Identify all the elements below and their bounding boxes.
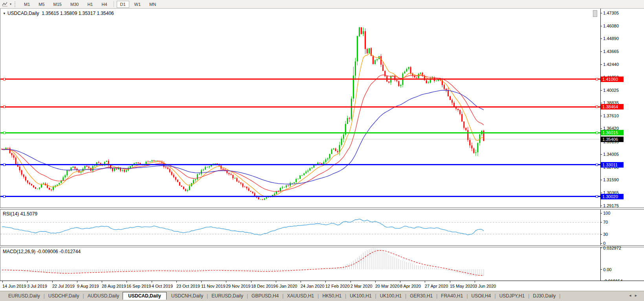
date-tick <box>325 281 326 283</box>
tab-xauusd-h1[interactable]: XAUUSD,H1 <box>284 292 318 299</box>
date-label: 22 Jul 2019 <box>52 284 75 288</box>
chart-scroll-thumb[interactable] <box>593 10 597 17</box>
date-label: 27 Apr 2020 <box>425 284 448 288</box>
tab-usdjpy-h1[interactable]: USDJPY,H1 <box>496 292 528 299</box>
timeframe-button-h1[interactable]: H1 <box>84 1 96 8</box>
date-tick <box>77 281 77 283</box>
price-tick-label: 1.37610 <box>603 113 619 118</box>
date-label: 3 Jul 2019 <box>27 284 47 288</box>
tab-uk100-h1[interactable]: UK100,H1 <box>376 292 405 299</box>
toolbar-grip[interactable] <box>15 2 17 7</box>
price-tick-label: 1.46080 <box>603 24 619 28</box>
tab-dj30-daily[interactable]: DJ30,Daily <box>529 292 559 299</box>
rsi-axis-border <box>600 210 601 245</box>
date-label: 20 Mar 2020 <box>375 284 400 288</box>
rsi-tick-label: 100 <box>603 211 610 215</box>
timeframe-button-d1[interactable]: D1 <box>117 1 129 8</box>
tab-usdchf-daily[interactable]: USDCHF,Daily <box>45 292 83 299</box>
price-tick <box>600 26 602 26</box>
chart-collapse-icon[interactable]: ▼ <box>3 12 6 15</box>
tab-usoil-h4[interactable]: USOil,H4 <box>468 292 495 299</box>
date-label: 2 Mar 2020 <box>350 284 372 288</box>
timeframe-button-mn[interactable]: MN <box>146 1 160 8</box>
tab-audusd-daily[interactable]: AUDUSD,Daily <box>84 292 123 299</box>
macd-chart-canvas[interactable] <box>0 247 600 281</box>
date-tick <box>127 281 127 283</box>
candles-layer <box>2 27 484 201</box>
date-label: 24 Jan 2020 <box>301 284 325 288</box>
tab-usdcad-daily[interactable]: USDCAD,Daily <box>123 292 166 300</box>
tab-separator: | <box>559 292 560 299</box>
date-axis[interactable]: 14 Jun 20193 Jul 201922 Jul 20199 Aug 20… <box>0 281 644 291</box>
hline-price-label: 1.30020 <box>601 194 624 199</box>
ma-line-8 <box>2 54 484 197</box>
timeframe-button-w1[interactable]: W1 <box>131 1 145 8</box>
price-tick <box>600 64 602 65</box>
price-tick <box>600 90 602 91</box>
tabs-scroll-left-icon[interactable]: ◄ <box>628 294 634 297</box>
macd-pane[interactable]: MACD(12,26,9) -0.009006 -0.012744 0.0329… <box>0 247 644 281</box>
rsi-pane[interactable]: RSI(14) 41.5079 10070300 <box>0 209 644 246</box>
timeframe-button-m15[interactable]: M15 <box>50 1 65 8</box>
timeframe-button-m30[interactable]: M30 <box>67 1 82 8</box>
chart-ohlc-values: 1.35615 1.35809 1.35317 1.35406 <box>42 11 114 16</box>
tabs-scroll-right-icon[interactable]: ► <box>634 294 640 297</box>
tab-scroll-arrows: ◄► <box>628 292 644 297</box>
price-tick <box>600 128 602 129</box>
date-tick <box>27 281 28 283</box>
price-pane[interactable]: ▼USDCAD,Daily 1.35615 1.35809 1.35317 1.… <box>0 9 644 208</box>
rsi-tick <box>600 234 602 235</box>
date-tick <box>400 281 400 283</box>
ma-line-55 <box>2 90 484 184</box>
price-tick-label: 1.44890 <box>603 36 619 41</box>
price-tick <box>600 103 602 103</box>
price-tick <box>600 193 602 193</box>
cursor-tool-icon[interactable] <box>0 2 9 7</box>
cursor-tool-dropdown-icon[interactable]: ▾ <box>9 2 12 6</box>
date-tick <box>52 281 53 283</box>
date-tick <box>375 281 376 283</box>
macd-axis-border <box>600 247 601 281</box>
tab-ger30-h1[interactable]: GER30,H1 <box>406 292 436 299</box>
date-label: 4 Oct 2019 <box>152 284 173 288</box>
date-tick <box>176 281 177 283</box>
timeframe-button-h4[interactable]: H4 <box>98 1 110 8</box>
timeframe-toolbar: ▾ M1M5M15M30H1H4D1W1MN <box>0 0 644 9</box>
price-tick <box>600 206 602 206</box>
rsi-tick <box>600 213 602 213</box>
date-label: 15 May 2020 <box>450 284 475 288</box>
hline-price-label: 1.38464 <box>601 104 624 109</box>
date-label: 28 Aug 2019 <box>102 284 126 288</box>
date-tick <box>152 281 152 283</box>
date-label: 6 Jan 2020 <box>276 284 297 288</box>
date-label: 3 Jun 2020 <box>475 284 496 288</box>
date-label: 29 Nov 2019 <box>226 284 250 288</box>
price-tick <box>600 180 602 180</box>
tab-usdcnh-daily[interactable]: USDCNH,Daily <box>168 292 207 299</box>
tab-fra40-h1[interactable]: FRA40,H1 <box>437 292 466 299</box>
rsi-tick-label: 30 <box>603 232 608 237</box>
tab-eurusd-daily[interactable]: EURUSD,Daily <box>5 292 44 299</box>
hline-price-label: 1.36015 <box>601 130 624 135</box>
date-label: 14 Jun 2019 <box>2 284 26 288</box>
tab-eurusd-daily[interactable]: EURUSD,Daily <box>208 292 247 299</box>
rsi-chart-canvas[interactable] <box>0 210 600 246</box>
rsi-tick-label: 70 <box>603 220 608 224</box>
price-tick <box>600 51 602 52</box>
date-label: 9 Aug 2019 <box>77 284 99 288</box>
tab-gbpusd-h4[interactable]: GBPUSD,H4 <box>248 292 282 299</box>
date-label: 16 Sep 2019 <box>127 284 151 288</box>
tab-hk50-h1[interactable]: HK50,H1 <box>319 292 345 299</box>
macd-tick <box>600 269 602 270</box>
price-tick <box>600 38 602 39</box>
price-tick-label: 1.43665 <box>603 49 619 54</box>
timeframe-button-m5[interactable]: M5 <box>35 1 48 8</box>
timeframe-button-m1[interactable]: M1 <box>20 1 33 8</box>
date-label: 12 Feb 2020 <box>325 284 350 288</box>
date-label: 18 Dec 2019 <box>251 284 275 288</box>
tab-uk100-h1[interactable]: UK100,H1 <box>346 292 375 299</box>
price-chart-canvas[interactable] <box>0 9 600 208</box>
hline-price-label: 1.33011 <box>601 162 624 168</box>
chart-title: ▼USDCAD,Daily 1.35615 1.35809 1.35317 1.… <box>3 11 114 16</box>
price-tick <box>600 116 602 116</box>
